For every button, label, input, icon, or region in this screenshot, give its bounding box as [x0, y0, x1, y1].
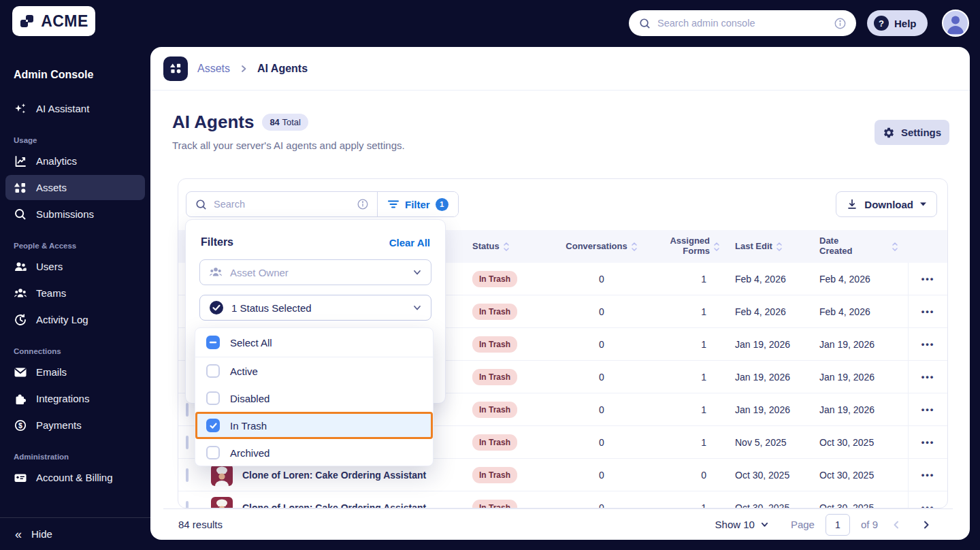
status-badge: In Trash — [472, 402, 517, 418]
asset-owner-select[interactable]: Asset Owner — [199, 259, 431, 285]
row-actions-button[interactable]: ••• — [908, 393, 947, 426]
date-created-value: Oct 30, 2025 — [819, 502, 908, 508]
sidebar-item-submissions[interactable]: Submissions — [5, 201, 145, 227]
last-edit-value: Oct 30, 2025 — [724, 470, 819, 481]
page-label: Page — [791, 519, 815, 530]
row-checkbox[interactable] — [186, 501, 189, 508]
agent-name: Clone of Loren: Cake Ordering Assistant — [242, 470, 426, 481]
sidebar-section-usage: Usage — [14, 136, 137, 144]
puzzle-icon — [14, 392, 27, 406]
total-count-badge: 84 Total — [262, 114, 308, 131]
settings-button[interactable]: Settings — [875, 120, 949, 145]
user-avatar[interactable] — [942, 10, 969, 37]
checkbox-unchecked[interactable] — [206, 446, 220, 459]
sidebar-item-emails[interactable]: Emails — [5, 359, 145, 385]
conversations-value: 0 — [554, 437, 649, 448]
asset-owner-placeholder: Asset Owner — [230, 267, 405, 278]
assigned-forms-value: 1 — [649, 502, 724, 508]
option-archived[interactable]: Archived — [195, 439, 433, 466]
checkbox-unchecked[interactable] — [206, 364, 220, 378]
top-bar: ACME ? Help — [0, 0, 980, 47]
table-toolbar: Filter 1 — [186, 191, 459, 217]
row-checkbox[interactable] — [186, 468, 189, 482]
acme-logo-icon — [19, 13, 37, 29]
next-page-button[interactable] — [915, 513, 938, 536]
sidebar-item-integrations[interactable]: Integrations — [5, 386, 145, 411]
sort-icon — [631, 242, 638, 252]
page-subtitle: Track all your server's AI agents and ap… — [172, 140, 405, 151]
sidebar-item-teams[interactable]: Teams — [5, 280, 145, 306]
status-select[interactable]: 1 Status Selected — [199, 295, 431, 321]
admin-search-input[interactable] — [657, 18, 828, 29]
conversations-value: 0 — [554, 274, 649, 285]
row-actions-button[interactable]: ••• — [908, 361, 947, 393]
sidebar-item-payments[interactable]: $ Payments — [5, 413, 145, 438]
col-date-created[interactable]: Date Created — [819, 236, 908, 257]
sidebar-item-users[interactable]: Users — [5, 254, 145, 279]
col-assigned-forms[interactable]: Assigned Forms — [649, 236, 724, 257]
download-button[interactable]: Download — [836, 191, 937, 217]
table-row[interactable]: Clone of Loren: Cake Ordering Assistant … — [178, 491, 947, 508]
page-number-input[interactable] — [826, 514, 850, 536]
col-last-edit[interactable]: Last Edit — [724, 242, 819, 252]
help-button[interactable]: ? Help — [867, 10, 928, 36]
sidebar-section-connections: Connections — [14, 347, 137, 355]
row-actions-button[interactable]: ••• — [908, 295, 947, 328]
table-search-input[interactable] — [214, 199, 350, 210]
filter-button[interactable]: Filter 1 — [377, 192, 458, 216]
checkbox-unchecked[interactable] — [206, 391, 220, 405]
breadcrumb-assets[interactable]: Assets — [197, 63, 230, 75]
option-disabled[interactable]: Disabled — [195, 385, 433, 412]
breadcrumb-ai-agents: AI Agents — [257, 63, 308, 75]
show-per-page-select[interactable]: Show 10 — [715, 519, 769, 530]
sort-icon — [713, 242, 720, 252]
assigned-forms-value: 1 — [649, 274, 724, 285]
acme-logo-text: ACME — [41, 12, 88, 31]
last-edit-value: Oct 30, 2025 — [724, 502, 819, 508]
sidebar-hide-button[interactable]: « Hide — [0, 517, 150, 550]
gear-icon — [883, 127, 895, 139]
checkbox-indeterminate[interactable] — [206, 336, 220, 349]
sidebar-item-assets[interactable]: Assets — [5, 175, 145, 200]
col-conversations[interactable]: Conversations — [554, 242, 649, 252]
row-actions-button[interactable]: ••• — [908, 328, 947, 361]
status-badge: In Trash — [472, 336, 517, 353]
date-created-value: Feb 4, 2026 — [819, 306, 908, 317]
status-badge: In Trash — [472, 467, 517, 483]
caret-down-icon — [919, 201, 927, 207]
last-edit-value: Nov 5, 2025 — [724, 437, 819, 448]
option-active[interactable]: Active — [195, 357, 433, 385]
sidebar-item-analytics[interactable]: Analytics — [5, 148, 145, 174]
status-options-dropdown: Select All Active Disabled In Trash Arch… — [195, 327, 434, 466]
last-edit-value: Feb 4, 2026 — [724, 274, 819, 285]
acme-logo[interactable]: ACME — [12, 6, 95, 36]
info-icon[interactable] — [834, 17, 847, 30]
sidebar-item-activity-log[interactable]: Activity Log — [5, 307, 145, 332]
filter-panel-title: Filters — [201, 236, 233, 248]
analytics-icon — [14, 155, 27, 168]
assets-app-icon[interactable] — [163, 56, 188, 81]
page-title: AI Agents — [172, 112, 254, 133]
sidebar-item-ai-assistant[interactable]: AI Assistant — [5, 96, 145, 121]
previous-page-button[interactable] — [885, 513, 908, 536]
checkbox-checked[interactable] — [206, 419, 220, 432]
row-actions-button[interactable]: ••• — [908, 491, 947, 508]
history-clock-icon — [14, 313, 27, 327]
sidebar-item-account-billing[interactable]: Account & Billing — [5, 465, 145, 490]
row-actions-button[interactable]: ••• — [908, 426, 947, 459]
row-checkbox[interactable] — [186, 436, 189, 449]
date-created-value: Feb 4, 2026 — [819, 274, 908, 285]
row-actions-button[interactable]: ••• — [908, 263, 947, 295]
search-icon — [195, 198, 208, 211]
info-icon[interactable] — [357, 198, 369, 210]
option-select-all[interactable]: Select All — [195, 328, 433, 357]
conversations-value: 0 — [554, 372, 649, 383]
sidebar-section-people-access: People & Access — [14, 242, 137, 250]
row-checkbox[interactable] — [186, 403, 189, 417]
clear-all-button[interactable]: Clear All — [389, 237, 430, 248]
table-search — [186, 192, 377, 216]
col-status[interactable]: Status — [472, 242, 554, 252]
conversations-value: 0 — [554, 339, 649, 350]
row-actions-button[interactable]: ••• — [908, 459, 947, 491]
option-in-trash[interactable]: In Trash — [195, 412, 433, 439]
